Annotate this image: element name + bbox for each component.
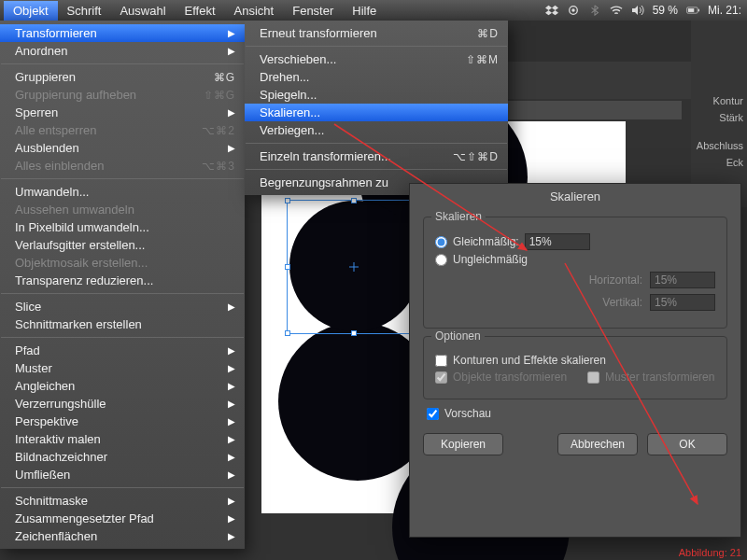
objekt-item-26[interactable]: Bildnachzeichner▶: [0, 448, 245, 466]
ok-button[interactable]: OK: [647, 433, 727, 455]
menu-item-label: Alles einblenden: [15, 159, 202, 173]
transform-item-8[interactable]: Einzeln transformieren...⌥⇧⌘D: [245, 147, 508, 165]
objekt-item-12[interactable]: In Pixelbild umwandeln...: [0, 218, 245, 236]
menu-item-label: Einzeln transformieren...: [260, 149, 453, 163]
shortcut: ⌥⌘2: [202, 124, 235, 137]
objekt-item-4: Gruppierung aufheben⇧⌘G: [0, 86, 245, 104]
menu-item-label: Ausblenden: [15, 141, 228, 155]
battery-pct: 59 %: [653, 4, 678, 17]
preview-checkbox[interactable]: [427, 408, 439, 420]
submenu-arrow-icon: ▶: [228, 107, 235, 118]
selection-box[interactable]: [287, 200, 421, 334]
menu-item-label: Transparenz reduzieren...: [15, 273, 235, 287]
objekt-item-25[interactable]: Interaktiv malen▶: [0, 430, 245, 448]
menu-item-label: Gruppieren: [15, 70, 214, 84]
objekt-item-15[interactable]: Transparenz reduzieren...: [0, 272, 245, 289]
menu-objekt[interactable]: Objekt: [4, 1, 58, 21]
volume-icon: [631, 5, 644, 16]
horizontal-input[interactable]: [650, 272, 715, 288]
menu-item-label: Sperren: [15, 105, 228, 119]
menu-item-label: Schnittmarken erstellen: [15, 317, 235, 331]
scale-strokes-checkbox[interactable]: [435, 355, 447, 367]
transform-item-2[interactable]: Verschieben...⇧⌘M: [245, 50, 508, 68]
menubar: Objekt Schrift Auswahl Effekt Ansicht Fe…: [0, 0, 747, 21]
panel-kontur[interactable]: Kontur: [691, 95, 747, 106]
objekt-item-0[interactable]: Transformieren▶: [0, 24, 245, 42]
menu-item-label: Drehen...: [260, 70, 499, 84]
transform-item-4[interactable]: Spiegeln...: [245, 86, 508, 104]
uniform-radio[interactable]: [435, 236, 447, 248]
svg-point-1: [571, 8, 574, 11]
objekt-item-7[interactable]: Ausblenden▶: [0, 139, 245, 157]
objekt-item-27[interactable]: Umfließen▶: [0, 466, 245, 483]
objekt-item-21[interactable]: Muster▶: [0, 359, 245, 377]
menu-item-label: Aussehen umwandeln: [15, 203, 235, 217]
objekt-item-23[interactable]: Verzerrungshülle▶: [0, 395, 245, 413]
menu-item-label: Erneut transformieren: [260, 26, 477, 40]
objekt-item-14: Objektmosaik erstellen...: [0, 254, 245, 272]
figure-caption: Abbildung: 21: [679, 547, 741, 558]
objekt-item-31[interactable]: Zeichenflächen▶: [0, 527, 245, 545]
menu-item-label: Angleichen: [15, 379, 228, 393]
scale-group: Skalieren Gleichmäßig: Ungleichmäßig Hor…: [423, 217, 727, 329]
battery-icon: [686, 5, 699, 16]
cancel-button[interactable]: Abbrechen: [557, 433, 638, 455]
transform-objects-label: Objekte transformieren: [453, 371, 567, 384]
menu-auswahl[interactable]: Auswahl: [110, 1, 175, 21]
dialog-title: Skalieren: [410, 184, 740, 209]
menu-hilfe[interactable]: Hilfe: [343, 1, 386, 21]
submenu-arrow-icon: ▶: [228, 416, 235, 427]
objekt-item-24[interactable]: Perspektive▶: [0, 413, 245, 430]
menu-item-label: Umfließen: [15, 468, 228, 482]
svg-rect-3: [698, 9, 699, 12]
objekt-item-30[interactable]: Zusammengesetzter Pfad▶: [0, 510, 245, 527]
objekt-menu[interactable]: Transformieren▶Anordnen▶Gruppieren⌘GGrup…: [0, 21, 245, 549]
objekt-item-22[interactable]: Angleichen▶: [0, 377, 245, 395]
menu-item-label: Bildnachzeichner: [15, 450, 228, 464]
objekt-item-1[interactable]: Anordnen▶: [0, 42, 245, 60]
menu-fenster[interactable]: Fenster: [283, 1, 343, 21]
menu-item-label: Verlaufsgitter erstellen...: [15, 238, 235, 252]
menu-item-label: Zeichenflächen: [15, 529, 228, 543]
objekt-item-10[interactable]: Umwandeln...: [0, 183, 245, 201]
menu-schrift[interactable]: Schrift: [58, 1, 111, 21]
transformieren-submenu[interactable]: Erneut transformieren⌘DVerschieben...⇧⌘M…: [245, 21, 508, 195]
submenu-arrow-icon: ▶: [228, 28, 235, 38]
menu-item-label: Alle entsperren: [15, 123, 202, 137]
submenu-arrow-icon: ▶: [228, 345, 235, 356]
objekt-item-17[interactable]: Slice▶: [0, 298, 245, 315]
transform-patterns-label: Muster transformieren: [605, 371, 714, 384]
objekt-item-5[interactable]: Sperren▶: [0, 104, 245, 121]
shortcut: ⌘G: [214, 71, 235, 84]
transform-item-0[interactable]: Erneut transformieren⌘D: [245, 24, 508, 42]
menu-item-label: Transformieren: [15, 26, 228, 40]
options-group: Optionen Konturen und Effekte skalieren …: [423, 336, 727, 399]
panel-abschluss: Abschluss: [691, 140, 747, 151]
submenu-arrow-icon: ▶: [228, 434, 235, 444]
panel-ecke: Eck: [691, 157, 747, 168]
submenu-arrow-icon: ▶: [228, 143, 235, 153]
objekt-item-18[interactable]: Schnittmarken erstellen: [0, 315, 245, 333]
transform-item-3[interactable]: Drehen...: [245, 68, 508, 86]
shortcut: ⇧⌘G: [204, 89, 235, 102]
menu-item-label: Umwandeln...: [15, 185, 235, 199]
objekt-item-13[interactable]: Verlaufsgitter erstellen...: [0, 236, 245, 254]
objekt-item-29[interactable]: Schnittmaske▶: [0, 492, 245, 510]
vertical-label: Vertikal:: [602, 296, 642, 309]
objekt-item-20[interactable]: Pfad▶: [0, 342, 245, 359]
scale-strokes-label: Konturen und Effekte skalieren: [453, 354, 606, 367]
vertical-input[interactable]: [650, 294, 715, 311]
submenu-arrow-icon: ▶: [228, 513, 235, 524]
copy-button[interactable]: Kopieren: [423, 433, 503, 455]
objekt-item-3[interactable]: Gruppieren⌘G: [0, 68, 245, 86]
transform-item-6[interactable]: Verbiegen...: [245, 121, 508, 139]
transform-item-5[interactable]: Skalieren...: [245, 104, 508, 121]
uniform-input[interactable]: [525, 233, 590, 250]
preview-label: Vorschau: [444, 407, 491, 420]
nonuniform-radio[interactable]: [435, 254, 447, 266]
menu-ansicht[interactable]: Ansicht: [225, 1, 284, 21]
menu-item-label: Zusammengesetzter Pfad: [15, 511, 228, 525]
dropbox-icon: [545, 5, 558, 16]
menu-effekt[interactable]: Effekt: [176, 1, 225, 21]
submenu-arrow-icon: ▶: [228, 46, 235, 56]
